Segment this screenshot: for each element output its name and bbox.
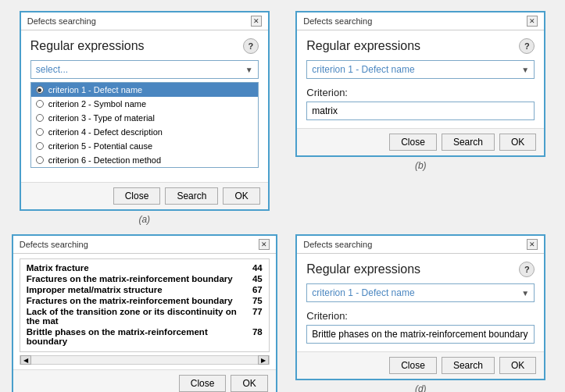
- dialog-a: Defects searching ✕ Regular expressions …: [20, 11, 270, 211]
- dialog-d-close-button[interactable]: Close: [389, 357, 437, 374]
- dialog-b-ok-button[interactable]: OK: [499, 134, 536, 151]
- dialog-a-title: Defects searching: [27, 16, 96, 26]
- dialog-d: Defects searching ✕ Regular expressions …: [295, 234, 545, 380]
- dialog-b-body: Regular expressions ? criterion 1 - Defe…: [297, 30, 544, 128]
- quadrant-a: Defects searching ✕ Regular expressions …: [6, 6, 283, 230]
- dropdown-item-5[interactable]: criterion 6 - Detection method: [31, 153, 258, 167]
- label-a: (a): [138, 214, 150, 225]
- select-a-arrow-icon: ▼: [245, 66, 253, 74]
- dialog-b-close-button[interactable]: Close: [389, 134, 437, 151]
- radio-2: [36, 114, 44, 122]
- dialog-c-title: Defects searching: [20, 240, 88, 249]
- select-d-arrow-icon: ▼: [521, 289, 529, 298]
- dialog-a-titlebar: Defects searching ✕: [21, 12, 268, 30]
- dialog-b-criterion-label: Criterion:: [306, 87, 535, 98]
- quadrant-b: Defects searching ✕ Regular expressions …: [283, 6, 560, 230]
- dialog-c-close-icon[interactable]: ✕: [259, 239, 270, 250]
- table-row: Brittle phases on the matrix-reinforceme…: [23, 326, 266, 347]
- dialog-b-title: Defects searching: [303, 16, 372, 26]
- table-row: Improper metal/matrix structure 67: [23, 284, 266, 295]
- dropdown-item-3[interactable]: criterion 4 - Defect description: [31, 125, 258, 139]
- dialog-d-title: Defects searching: [303, 240, 372, 249]
- dialog-d-body: Regular expressions ? criterion 1 - Defe…: [297, 254, 544, 351]
- dialog-d-criterion-input[interactable]: [306, 325, 535, 344]
- dropdown-item-2[interactable]: criterion 3 - Type of material: [31, 111, 258, 125]
- label-b: (b): [415, 160, 427, 171]
- dialog-c: Defects searching ✕ Matrix fracture 44 F…: [12, 234, 277, 392]
- select-b-arrow-icon: ▼: [521, 66, 529, 74]
- dialog-b: Defects searching ✕ Regular expressions …: [295, 11, 545, 157]
- scroll-track[interactable]: [31, 356, 258, 364]
- table-row: Fractures on the matrix-reinforcement bo…: [23, 295, 266, 306]
- dialog-a-close-icon[interactable]: ✕: [251, 16, 262, 27]
- radio-4: [36, 142, 44, 150]
- dialog-a-close-button[interactable]: Close: [113, 187, 161, 205]
- dialog-b-select[interactable]: criterion 1 - Defect name ▼: [306, 60, 535, 79]
- dropdown-item-0[interactable]: criterion 1 - Defect name: [31, 83, 258, 97]
- quadrant-d: Defects searching ✕ Regular expressions …: [283, 230, 560, 392]
- scroll-left-btn[interactable]: ◀: [20, 355, 31, 365]
- dialog-d-close-icon[interactable]: ✕: [527, 239, 538, 250]
- radio-1: [36, 100, 44, 108]
- dialog-b-search-button[interactable]: Search: [442, 134, 495, 151]
- dialog-b-section: Regular expressions ?: [306, 38, 535, 54]
- dialog-d-search-button[interactable]: Search: [442, 357, 495, 374]
- dialog-c-close-button[interactable]: Close: [179, 375, 227, 392]
- dialog-d-titlebar: Defects searching ✕: [297, 236, 544, 254]
- radio-3: [36, 128, 44, 136]
- dialog-d-section: Regular expressions ?: [306, 262, 535, 277]
- dropdown-item-4[interactable]: criterion 5 - Potential cause: [31, 139, 258, 153]
- results-container: Matrix fracture 44 Fractures on the matr…: [20, 258, 270, 352]
- dialog-d-criterion-label: Criterion:: [306, 310, 535, 322]
- table-row: Fractures on the matrix-reinforcement bo…: [23, 273, 266, 284]
- results-table: Matrix fracture 44 Fractures on the matr…: [23, 262, 266, 347]
- dialog-a-section: Regular expressions ?: [30, 38, 259, 54]
- dialog-d-criterion-area: Criterion:: [306, 310, 535, 344]
- dialog-b-help-button[interactable]: ?: [519, 38, 535, 54]
- dialog-a-ok-button[interactable]: OK: [223, 187, 259, 205]
- dialog-c-footer: Close OK: [13, 369, 276, 392]
- label-d: (d): [415, 383, 427, 392]
- dropdown-item-1[interactable]: criterion 2 - Symbol name: [31, 97, 258, 111]
- dialog-d-help-button[interactable]: ?: [519, 262, 535, 277]
- table-row: Matrix fracture 44: [23, 262, 266, 273]
- table-row: Lack of the transition zone or its disco…: [23, 306, 266, 326]
- dialog-d-footer: Close Search OK: [297, 351, 544, 379]
- scroll-right-btn[interactable]: ▶: [258, 355, 269, 365]
- dialog-c-titlebar: Defects searching ✕: [13, 236, 276, 254]
- dialog-d-ok-button[interactable]: OK: [499, 357, 536, 374]
- dialog-a-dropdown: criterion 1 - Defect name criterion 2 - …: [30, 82, 259, 168]
- radio-5: [36, 156, 44, 164]
- horizontal-scrollbar[interactable]: ◀ ▶: [20, 355, 270, 365]
- dialog-a-footer: Close Search OK: [21, 182, 268, 209]
- dialog-a-select[interactable]: select... ▼: [30, 60, 259, 79]
- dialog-a-search-button[interactable]: Search: [165, 187, 218, 205]
- dialog-b-criterion-input[interactable]: [306, 102, 535, 120]
- dialog-c-body: Matrix fracture 44 Fractures on the matr…: [13, 254, 276, 369]
- dialog-d-select[interactable]: criterion 1 - Defect name ▼: [306, 283, 535, 302]
- quadrant-c: Defects searching ✕ Matrix fracture 44 F…: [6, 230, 283, 392]
- dialog-a-body: Regular expressions ? select... ▼ criter…: [21, 30, 268, 182]
- dialog-b-close-icon[interactable]: ✕: [527, 16, 538, 27]
- dialog-a-help-button[interactable]: ?: [243, 38, 259, 54]
- dialog-b-criterion-area: Criterion:: [306, 87, 535, 120]
- radio-0: [36, 86, 44, 94]
- dialog-c-ok-button[interactable]: OK: [231, 375, 267, 392]
- dialog-b-footer: Close Search OK: [297, 128, 544, 155]
- dialog-b-titlebar: Defects searching ✕: [297, 12, 544, 30]
